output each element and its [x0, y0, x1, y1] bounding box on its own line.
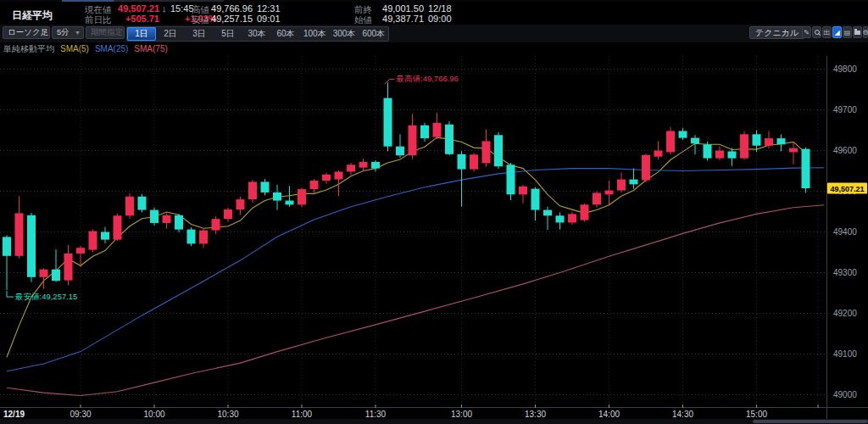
x-axis-label: 10:00 — [143, 410, 164, 419]
candle — [310, 181, 319, 189]
y-axis-labels: 4980049700496004950049400493004920049100… — [833, 64, 857, 399]
candle — [359, 162, 368, 168]
horizontal-scrollbar-thumb[interactable] — [753, 420, 868, 423]
candle — [753, 134, 761, 145]
candle — [568, 214, 576, 222]
candle — [617, 180, 626, 191]
candle — [273, 192, 281, 201]
candle — [642, 155, 650, 181]
y-axis-label: 49400 — [833, 227, 857, 237]
x-axis-label: 13:30 — [525, 410, 546, 419]
x-axis-label: 10:30 — [217, 410, 238, 419]
moving-average-lines — [7, 137, 824, 395]
y-axis-label: 49600 — [833, 146, 857, 155]
candle — [433, 123, 442, 137]
candle — [3, 237, 11, 255]
candle — [27, 215, 36, 277]
candle — [531, 189, 540, 210]
y-axis-label: 49200 — [833, 309, 857, 318]
candle — [654, 151, 663, 157]
current-price-tag-value: 49,507.21 — [830, 185, 864, 193]
candle — [765, 138, 773, 146]
candle — [482, 141, 491, 163]
candle — [298, 189, 306, 204]
candle — [593, 192, 601, 204]
x-axis-label: 11:00 — [292, 410, 313, 419]
candle — [458, 154, 466, 170]
candle — [679, 131, 687, 137]
x-axis-label: 14:30 — [672, 410, 693, 419]
candle — [125, 197, 134, 216]
candle — [789, 148, 798, 153]
y-axis-label: 49100 — [833, 349, 857, 359]
low-annotation: 最安値:49,257.15 — [14, 292, 77, 301]
candle — [396, 147, 404, 156]
candle — [261, 181, 270, 192]
candle — [715, 151, 724, 159]
candle — [199, 231, 208, 244]
candle — [150, 210, 159, 223]
candle — [64, 254, 73, 281]
candle — [236, 199, 245, 209]
candle — [543, 210, 552, 216]
candle — [777, 138, 786, 144]
high-annotation: 最高値:49,766.96 — [396, 74, 459, 83]
candle — [187, 230, 196, 244]
candle — [384, 98, 392, 147]
candle — [470, 154, 478, 169]
candle — [507, 165, 515, 194]
candle — [420, 126, 429, 138]
horizontal-scrollbar-track — [0, 419, 868, 424]
x-axis-label: 14:00 — [598, 410, 620, 419]
candle — [248, 181, 257, 199]
candle — [101, 232, 109, 240]
candle — [728, 151, 737, 158]
x-axis-label: 15:00 — [746, 410, 767, 419]
candle — [212, 219, 220, 230]
current-price-tag: 49,507.21 — [827, 183, 867, 194]
x-axis-label: 11:30 — [365, 410, 387, 419]
candle — [138, 197, 147, 210]
candles-layer — [3, 82, 810, 290]
axes — [0, 56, 868, 419]
candle — [605, 191, 614, 195]
candle — [224, 209, 232, 219]
candle — [40, 270, 48, 277]
trading-chart-window: 日経平均 現在値 49,507.21 ↓ 15:45 前日比 +505.71 +… — [0, 0, 868, 424]
candle — [630, 180, 638, 185]
candle — [163, 215, 171, 223]
candle — [581, 204, 589, 220]
y-axis-label: 49800 — [833, 64, 857, 74]
x-axis-date-label: 12/19 — [3, 410, 25, 419]
candle — [52, 270, 60, 281]
candle — [347, 165, 355, 171]
candle — [494, 135, 503, 166]
candlestick-chart[interactable]: 4980049700496004950049400493004920049100… — [0, 0, 868, 424]
x-axis-labels: 12/1909:3010:0010:3011:0011:3013:0013:30… — [3, 404, 818, 419]
candle — [445, 125, 453, 154]
candle — [704, 144, 712, 158]
y-axis-label: 49300 — [833, 268, 857, 277]
candle — [15, 213, 24, 255]
x-axis-label: 13:00 — [451, 410, 472, 419]
ma-line-sma75 — [7, 205, 824, 396]
candle — [802, 149, 810, 188]
candle — [89, 232, 97, 250]
candle — [519, 187, 527, 195]
candle — [335, 171, 343, 179]
candle — [286, 201, 294, 205]
candle — [175, 215, 183, 230]
candle — [371, 162, 380, 169]
candle — [556, 215, 565, 222]
candle — [322, 175, 331, 181]
y-axis-label: 49000 — [833, 390, 857, 399]
candle — [666, 131, 675, 152]
candle — [76, 248, 85, 254]
candle — [114, 215, 122, 239]
y-axis-label: 49700 — [833, 105, 857, 114]
candle — [740, 134, 748, 158]
candle — [691, 138, 699, 144]
x-axis-label: 09:30 — [70, 410, 91, 419]
candle — [409, 126, 417, 156]
